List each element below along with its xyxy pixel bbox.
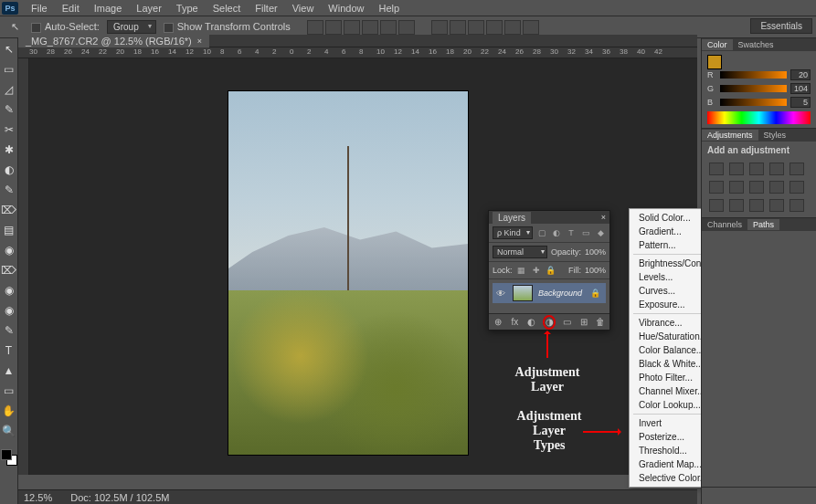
align-btn[interactable] [398, 20, 415, 35]
fill-value[interactable]: 100% [585, 266, 606, 275]
adj-preset-icon[interactable] [709, 163, 724, 175]
adj-preset-icon[interactable] [729, 181, 744, 194]
align-btn[interactable] [325, 20, 342, 35]
r-value[interactable]: 20 [790, 69, 811, 80]
align-btn[interactable] [362, 20, 378, 35]
spectrum-ramp[interactable] [707, 111, 811, 124]
dist-btn[interactable] [468, 20, 484, 35]
layer-row-background[interactable]: 👁 Background 🔒 [493, 283, 606, 303]
crop-tool[interactable]: ✂ [2, 122, 16, 137]
menu-edit[interactable]: Edit [55, 1, 87, 16]
marquee-tool[interactable]: ▭ [2, 62, 16, 77]
blur-tool[interactable]: ◉ [2, 283, 16, 298]
wand-tool[interactable]: ✎ [2, 102, 16, 117]
adj-preset-icon[interactable] [769, 181, 784, 194]
adj-preset-icon[interactable] [790, 181, 804, 194]
eraser-tool[interactable]: ◉ [2, 243, 16, 257]
b-slider[interactable] [720, 99, 787, 106]
color-swatches[interactable] [1, 449, 17, 466]
paths-tab[interactable]: Paths [747, 219, 779, 230]
auto-select-check[interactable]: Auto-Select: [31, 21, 100, 33]
layers-tab[interactable]: Layers [493, 212, 531, 224]
auto-select-combo[interactable]: Group [107, 20, 156, 34]
brush-tool[interactable]: ✎ [2, 183, 16, 197]
path-tool[interactable]: ▲ [2, 363, 16, 378]
lock-pixels-icon[interactable]: ▦ [516, 265, 527, 276]
align-btn[interactable] [307, 20, 323, 35]
adj-preset-icon[interactable] [790, 163, 804, 175]
dist-btn[interactable] [486, 20, 503, 35]
delete-icon[interactable]: 🗑 [595, 317, 606, 328]
pen-tool[interactable]: ✎ [2, 323, 16, 338]
panel-close-icon[interactable]: × [601, 213, 606, 222]
align-btn[interactable] [344, 20, 360, 35]
dist-btn[interactable] [523, 20, 539, 35]
hand-tool[interactable]: ✋ [2, 404, 16, 418]
r-slider[interactable] [720, 71, 787, 79]
stamp-tool[interactable]: ⌦ [2, 203, 16, 217]
menu-file[interactable]: File [24, 1, 55, 16]
zoom-readout[interactable]: 12.5% [24, 492, 52, 503]
menu-layer[interactable]: Layer [129, 1, 169, 16]
adjustments-tab[interactable]: Adjustments [702, 130, 758, 141]
filter-icon[interactable]: ◆ [595, 227, 606, 238]
menu-select[interactable]: Select [206, 1, 249, 16]
channels-tab[interactable]: Channels [702, 219, 747, 230]
adj-preset-icon[interactable] [790, 199, 804, 212]
shape-tool[interactable]: ▭ [2, 383, 16, 398]
filter-icon[interactable]: ▭ [580, 227, 591, 238]
g-value[interactable]: 104 [790, 83, 811, 94]
dist-btn[interactable] [504, 20, 521, 35]
adj-preset-icon[interactable] [729, 199, 744, 212]
filter-icon[interactable]: T [566, 227, 577, 238]
filter-icon[interactable]: ▢ [536, 227, 547, 238]
adj-preset-icon[interactable] [749, 163, 764, 175]
blend-mode-combo[interactable]: Normal [493, 246, 547, 258]
type-tool[interactable]: T [2, 343, 16, 358]
adj-preset-icon[interactable] [729, 163, 744, 175]
lasso-tool[interactable]: ◿ [2, 82, 16, 97]
group-icon[interactable]: ▭ [561, 317, 572, 328]
healing-tool[interactable]: ◐ [2, 163, 16, 177]
move-tool[interactable]: ↖ [2, 42, 16, 57]
adj-preset-icon[interactable] [769, 199, 784, 212]
opacity-value[interactable]: 100% [585, 247, 606, 257]
fx-icon[interactable]: fx [509, 317, 520, 328]
align-btn[interactable] [380, 20, 397, 35]
adj-preset-icon[interactable] [709, 199, 724, 212]
new-layer-icon[interactable]: ⊞ [578, 317, 589, 328]
dist-btn[interactable] [450, 20, 466, 35]
filter-icon[interactable]: ◐ [551, 227, 562, 238]
zoom-tool[interactable]: 🔍 [2, 424, 16, 438]
menu-type[interactable]: Type [169, 1, 206, 16]
lock-position-icon[interactable]: ✚ [531, 265, 542, 276]
color-tab[interactable]: Color [702, 39, 733, 50]
styles-tab[interactable]: Styles [758, 130, 792, 141]
gradient-tool[interactable]: ⌦ [2, 263, 16, 278]
dodge-tool[interactable]: ◉ [2, 303, 16, 318]
menu-filter[interactable]: Filter [248, 1, 284, 16]
history-brush-tool[interactable]: ▤ [2, 223, 16, 237]
adj-preset-icon[interactable] [769, 163, 784, 175]
close-icon[interactable]: × [197, 37, 202, 46]
menu-view[interactable]: View [285, 1, 322, 16]
adj-preset-icon[interactable] [749, 199, 764, 212]
document-tab[interactable]: _MG_8767.CR2 @ 12.5% (RGB/16*)× [18, 35, 209, 47]
adj-preset-icon[interactable] [749, 181, 764, 194]
lock-all-icon[interactable]: 🔒 [546, 265, 556, 276]
foreground-swatch[interactable] [707, 55, 722, 69]
show-transform-check[interactable]: Show Transform Controls [164, 21, 291, 33]
link-layers-icon[interactable]: ⊕ [493, 317, 503, 328]
menu-image[interactable]: Image [87, 1, 130, 16]
swatches-tab[interactable]: Swatches [733, 39, 779, 50]
dist-btn[interactable] [431, 20, 448, 35]
menu-help[interactable]: Help [371, 1, 407, 16]
workspace-switcher[interactable]: Essentials [750, 18, 812, 34]
layer-mask-icon[interactable]: ◐ [526, 317, 537, 328]
menu-window[interactable]: Window [321, 1, 371, 16]
g-slider[interactable] [720, 85, 787, 92]
visibility-icon[interactable]: 👁 [494, 287, 507, 299]
b-value[interactable]: 5 [790, 97, 811, 108]
adj-preset-icon[interactable] [709, 181, 724, 194]
layer-filter-kind[interactable]: ρ Kind [493, 226, 533, 239]
